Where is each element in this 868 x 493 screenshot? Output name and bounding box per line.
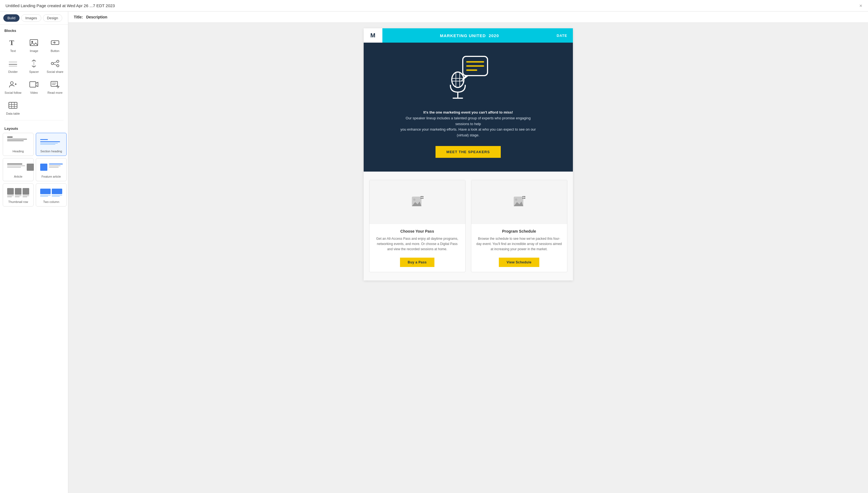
title-value: Description (86, 15, 107, 19)
svg-point-14 (11, 82, 13, 84)
blocks-grid: T Text Image Button (0, 35, 68, 118)
block-spacer[interactable]: Spacer (24, 56, 44, 76)
tab-build[interactable]: Build (3, 14, 20, 22)
card-1-image (369, 180, 465, 224)
heading-layout-icon (6, 136, 31, 148)
svg-point-11 (57, 65, 59, 67)
layouts-section-title: Layouts (0, 123, 68, 133)
layout-section-heading[interactable]: Section heading (36, 133, 67, 156)
block-image-label: Image (30, 49, 38, 52)
page-title: Untitled Landing Page created at Wed Apr… (5, 3, 115, 8)
svg-point-45 (515, 198, 517, 201)
top-bar: Untitled Landing Page created at Wed Apr… (0, 0, 868, 12)
block-social-follow-label: Social follow (5, 91, 21, 94)
card-2-text: Browse the schedule to see how we've pac… (476, 236, 563, 252)
two-col-layout-icon (39, 187, 64, 198)
block-divider-label: Divider (8, 70, 18, 73)
spacer-block-icon (28, 59, 39, 68)
layout-article[interactable]: Article (3, 158, 34, 181)
svg-rect-21 (9, 102, 17, 108)
block-social-share[interactable]: Social share (45, 56, 65, 76)
block-social-follow[interactable]: Social follow (3, 77, 23, 97)
card-1-title: Choose Your Pass (374, 229, 461, 233)
svg-line-12 (54, 62, 57, 63)
layout-heading-label: Heading (13, 150, 24, 153)
section-heading-layout-icon (39, 136, 64, 148)
email-logo: M (364, 28, 382, 43)
layout-thumbnail-row-label: Thumbnail row (8, 200, 28, 203)
tab-images[interactable]: Images (21, 14, 41, 22)
block-divider[interactable]: Divider (3, 56, 23, 76)
button-block-icon (49, 38, 61, 47)
svg-point-9 (57, 60, 59, 62)
layout-heading[interactable]: Heading (3, 133, 34, 156)
block-video[interactable]: Video (24, 77, 44, 97)
block-read-more-label: Read more (48, 91, 62, 94)
data-table-block-icon (7, 100, 18, 110)
layout-thumbnail-row[interactable]: Thumbnail row (3, 184, 34, 207)
email-header: M MARKETING UNITED 2020 DATE (364, 28, 573, 43)
social-follow-block-icon (7, 80, 18, 89)
image-block-icon (28, 38, 39, 47)
layouts-grid: Heading Section heading (0, 133, 68, 207)
block-text[interactable]: T Text (3, 35, 23, 55)
card-2-body: Program Schedule Browse the schedule to … (471, 224, 567, 272)
svg-rect-5 (9, 61, 17, 63)
card-1-text: Get an All-Access Pass and enjoy all day… (374, 236, 461, 252)
block-data-table[interactable]: Data table (3, 98, 23, 118)
article-layout-icon (6, 161, 31, 173)
card-2-cta[interactable]: View Schedule (499, 258, 539, 267)
card-program-schedule: Program Schedule Browse the schedule to … (471, 180, 567, 272)
content-title-bar: Title: Description (68, 12, 868, 23)
block-button[interactable]: Button (45, 35, 65, 55)
block-text-label: Text (10, 49, 16, 52)
feature-article-layout-icon (39, 161, 64, 173)
video-block-icon (28, 80, 39, 89)
svg-point-39 (413, 198, 416, 201)
layout-article-label: Article (14, 175, 23, 178)
svg-point-10 (51, 62, 54, 65)
thumbnail-row-layout-icon (6, 187, 31, 198)
text-block-icon: T (7, 38, 18, 47)
email-header-title: MARKETING UNITED 2020 (382, 33, 557, 38)
block-data-table-label: Data table (6, 112, 20, 115)
block-social-share-label: Social share (47, 70, 64, 73)
read-more-block-icon (49, 80, 61, 89)
layout-feature-article-label: Feature article (42, 175, 61, 178)
card-2-title: Program Schedule (476, 229, 563, 233)
svg-line-13 (54, 64, 57, 65)
divider-block-icon (7, 59, 18, 68)
hero-cta-button[interactable]: MEET THE SPEAKERS (436, 146, 501, 158)
layout-two-col-label: Two column (43, 200, 59, 203)
card-1-cta[interactable]: Buy a Pass (400, 258, 435, 267)
svg-text:T: T (9, 39, 14, 47)
cards-section: Choose Your Pass Get an All-Access Pass … (364, 172, 573, 280)
hero-tagline1: It's the one marketing event you can't a… (400, 110, 537, 138)
block-spacer-label: Spacer (29, 70, 39, 73)
canvas-wrapper: M MARKETING UNITED 2020 DATE (68, 23, 868, 493)
sidebar-divider (4, 120, 64, 121)
main-layout: Build Images Design Blocks T Text Image (0, 12, 868, 493)
layout-two-col[interactable]: Two column (36, 184, 67, 207)
blocks-section-title: Blocks (0, 25, 68, 35)
email-header-date: DATE (557, 34, 572, 38)
block-image[interactable]: Image (24, 35, 44, 55)
title-label: Title: (74, 15, 83, 19)
layout-section-heading-label: Section heading (40, 150, 62, 153)
block-read-more[interactable]: Read more (45, 77, 65, 97)
content-area: Title: Description M MARKETING UNITED 20… (68, 12, 868, 493)
sidebar: Build Images Design Blocks T Text Image (0, 12, 68, 493)
svg-rect-7 (9, 65, 17, 67)
card-1-body: Choose Your Pass Get an All-Access Pass … (369, 224, 465, 272)
layout-feature-article[interactable]: Feature article (36, 158, 67, 181)
svg-point-30 (452, 72, 464, 87)
tab-design[interactable]: Design (43, 14, 62, 22)
email-hero: It's the one marketing event you can't a… (364, 43, 573, 172)
tab-row: Build Images Design (0, 12, 68, 25)
close-icon[interactable]: ✕ (859, 4, 863, 8)
svg-rect-1 (30, 40, 38, 46)
card-choose-pass: Choose Your Pass Get an All-Access Pass … (369, 180, 466, 272)
svg-rect-17 (30, 82, 36, 87)
email-canvas: M MARKETING UNITED 2020 DATE (364, 28, 573, 280)
svg-point-2 (32, 41, 33, 43)
